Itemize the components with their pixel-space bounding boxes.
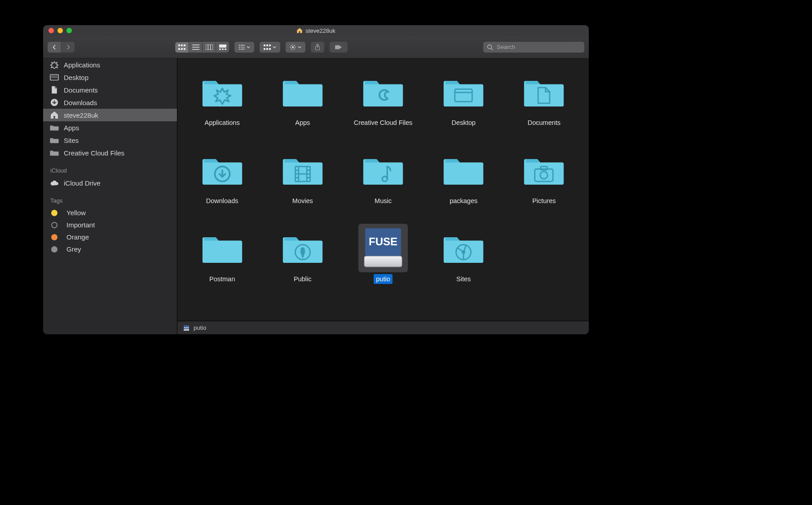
window-minimize-button[interactable] — [57, 28, 63, 33]
file-item-label: Pictures — [530, 196, 558, 206]
sidebar-item-icloud-drive[interactable]: iCloud Drive — [43, 177, 177, 189]
svg-text:FUSE: FUSE — [369, 235, 397, 248]
svg-text:FUSE: FUSE — [184, 326, 189, 328]
chevron-down-icon — [247, 46, 250, 49]
file-item-pictures[interactable]: Pictures — [504, 143, 584, 220]
svg-rect-42 — [269, 48, 271, 50]
file-item-desktop[interactable]: Desktop — [424, 65, 504, 142]
sidebar-tag-orange[interactable]: Orange — [43, 231, 177, 243]
arrange-icon — [238, 44, 245, 50]
home-icon — [49, 111, 59, 119]
file-item-public[interactable]: Public — [262, 221, 343, 298]
svg-point-65 — [462, 251, 465, 253]
sidebar-item-creative-cloud-files[interactable]: Creative Cloud Files — [43, 146, 177, 159]
file-item-label: Postman — [207, 274, 237, 284]
sidebar-tag-important[interactable]: Important — [43, 219, 177, 231]
file-item-apps[interactable]: Apps — [262, 65, 343, 142]
folder-icon — [439, 67, 488, 116]
folder-icon — [439, 146, 488, 194]
group-icon — [264, 44, 271, 50]
file-item-label: Creative Cloud Files — [352, 118, 415, 128]
file-item-label: Apps — [293, 118, 312, 128]
apps-icon — [49, 61, 59, 69]
file-item-label: packages — [447, 196, 480, 206]
back-button[interactable] — [48, 42, 61, 53]
sidebar-item-applications[interactable]: Applications — [43, 58, 177, 71]
view-list-button[interactable] — [189, 42, 202, 53]
arrange-group — [234, 42, 254, 53]
sidebar-item-desktop[interactable]: Desktop — [43, 71, 177, 84]
file-item-music[interactable]: Music — [343, 143, 423, 220]
list-icon — [192, 44, 199, 50]
search-input[interactable] — [496, 43, 581, 51]
tag-color-dot — [51, 234, 57, 240]
window-title: steve228uk — [43, 27, 589, 34]
sidebar-heading-tags: Tags — [43, 189, 177, 207]
file-item-movies[interactable]: Movies — [262, 143, 343, 220]
sidebar-item-apps[interactable]: Apps — [43, 121, 177, 134]
columns-icon — [206, 44, 213, 50]
gallery-icon — [219, 44, 226, 50]
toolbar — [43, 36, 589, 58]
icon-grid[interactable]: Applications Apps Creative Cloud Files D… — [177, 58, 589, 321]
downloads-icon — [49, 98, 59, 106]
file-item-label: Movies — [290, 196, 315, 206]
window-close-button[interactable] — [49, 28, 54, 33]
view-icons-button[interactable] — [175, 42, 189, 53]
file-item-applications[interactable]: Applications — [182, 65, 262, 142]
svg-rect-37 — [264, 44, 265, 46]
svg-rect-41 — [266, 48, 268, 50]
svg-rect-40 — [264, 48, 265, 50]
sidebar-item-label: iCloud Drive — [64, 179, 101, 187]
action-dropdown — [286, 42, 305, 53]
tag-outline-dot — [51, 222, 57, 228]
svg-rect-39 — [269, 44, 271, 46]
file-item-packages[interactable]: packages — [424, 143, 504, 220]
home-icon — [296, 27, 303, 34]
arrange-button[interactable] — [234, 42, 254, 53]
file-item-putio[interactable]: FUSE putio — [343, 221, 423, 298]
svg-rect-19 — [181, 48, 183, 50]
svg-rect-18 — [178, 48, 180, 50]
folder-icon — [519, 67, 569, 116]
view-gallery-button[interactable] — [216, 42, 229, 53]
sidebar-tag-yellow[interactable]: Yellow — [43, 207, 177, 219]
sidebar-tag-label: Yellow — [66, 209, 86, 217]
file-item-label: Desktop — [450, 118, 478, 128]
file-item-label: Documents — [525, 118, 563, 128]
action-button[interactable] — [286, 42, 305, 53]
fuse-drive-icon: FUSE — [183, 324, 190, 332]
window-zoom-button[interactable] — [66, 28, 72, 33]
titlebar: steve228uk — [43, 25, 589, 36]
folder-icon — [198, 224, 247, 272]
sidebar-item-downloads[interactable]: Downloads — [43, 96, 177, 109]
fuse-drive-icon: FUSE — [363, 227, 403, 269]
finder-window: steve228uk — [43, 25, 589, 335]
drive-icon: FUSE — [358, 224, 408, 272]
sidebar-heading-icloud: iCloud — [43, 159, 177, 177]
sidebar-item-label: Applications — [64, 61, 100, 69]
sidebar-item-sites[interactable]: Sites — [43, 134, 177, 146]
sidebar-item-steve228uk[interactable]: steve228uk — [43, 109, 177, 121]
file-item-sites[interactable]: Sites — [424, 221, 504, 298]
file-item-postman[interactable]: Postman — [182, 221, 262, 298]
view-columns-button[interactable] — [202, 42, 216, 53]
file-item-downloads[interactable]: Downloads — [182, 143, 262, 220]
sidebar: ApplicationsDesktopDocumentsDownloadsste… — [43, 58, 177, 334]
edit-tags-button[interactable] — [330, 42, 348, 53]
share-button[interactable] — [311, 42, 324, 53]
path-item-label[interactable]: putio — [194, 324, 206, 331]
file-item-documents[interactable]: Documents — [504, 65, 584, 142]
sidebar-item-label: Documents — [64, 86, 98, 94]
sidebar-item-documents[interactable]: Documents — [43, 84, 177, 96]
search-field[interactable] — [483, 42, 584, 53]
svg-rect-30 — [225, 49, 226, 50]
sidebar-tag-label: Important — [66, 221, 95, 229]
sidebar-tag-grey[interactable]: Grey — [43, 243, 177, 255]
forward-button[interactable] — [61, 42, 75, 53]
desktop-icon — [49, 73, 59, 81]
file-item-creative-cloud-files[interactable]: Creative Cloud Files — [343, 65, 423, 142]
documents-icon — [49, 86, 59, 94]
group-button[interactable] — [260, 42, 280, 53]
svg-point-31 — [239, 44, 240, 45]
